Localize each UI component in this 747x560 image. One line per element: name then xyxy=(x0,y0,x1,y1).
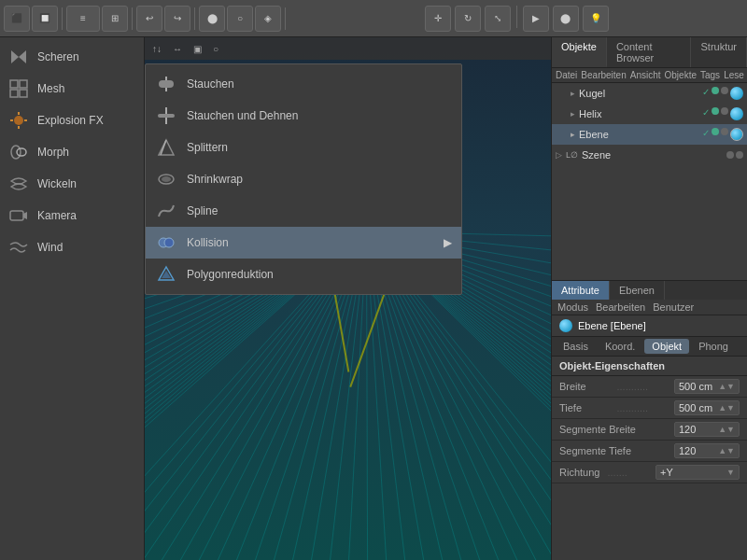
attr-object-name: Ebene [Ebene] xyxy=(578,320,646,331)
attr-arrow-breite: ▲▼ xyxy=(718,382,735,391)
obj-toolbar-datei[interactable]: Datei xyxy=(556,70,577,80)
svg-rect-4 xyxy=(10,90,18,97)
expand-helix: ▸ xyxy=(571,109,575,119)
explosion-icon xyxy=(7,109,30,132)
attr-value-breite[interactable]: 500 cm ▲▼ xyxy=(674,379,740,394)
attr-row-tiefe: Tiefe ........... 500 cm ▲▼ xyxy=(552,398,747,419)
toolbar-btn-7[interactable]: ⬤ xyxy=(199,6,225,32)
obj-name-kugel: Kugel xyxy=(579,88,700,99)
vp-btn-circle[interactable]: ○ xyxy=(209,43,222,55)
attr-sub-basis[interactable]: Basis xyxy=(556,339,596,354)
check-2: ✓ xyxy=(702,107,710,120)
expand-ebene: ▸ xyxy=(571,130,575,139)
obj-toolbar-ansicht[interactable]: Ansicht xyxy=(630,70,661,80)
spline-label: Spline xyxy=(187,204,218,217)
ctx-stauchen-dehnen[interactable]: Stauchen und Dehnen xyxy=(146,100,461,132)
svg-point-6 xyxy=(14,116,23,125)
obj-toolbar-objekte[interactable]: Objekte xyxy=(665,70,697,80)
object-row-kugel[interactable]: ▸ Kugel ✓ xyxy=(552,83,747,104)
viewport[interactable]: ↑↓ ↔ ▣ ○ Stauchen xyxy=(145,37,551,560)
toolbar-btn-1[interactable]: ⬛ xyxy=(4,6,30,32)
check-1: ✓ xyxy=(702,87,710,100)
attr-sub-koord[interactable]: Koord. xyxy=(598,339,642,354)
attr-toolbar-bearbeiten[interactable]: Bearbeiten xyxy=(596,301,645,313)
attr-value-tiefe[interactable]: 500 cm ▲▼ xyxy=(674,400,740,415)
svg-marker-1 xyxy=(19,50,26,63)
object-row-helix[interactable]: ▸ Helix ✓ xyxy=(552,104,747,124)
obj-toolbar-lese[interactable]: Lese xyxy=(724,70,744,80)
sidebar-item-kamera[interactable]: Kamera xyxy=(0,200,144,231)
tab-struktur[interactable]: Struktur xyxy=(691,37,747,67)
obj-toolbar-bearbeiten[interactable]: Bearbeiten xyxy=(581,70,626,80)
object-row-ebene[interactable]: ▸ Ebene ✓ xyxy=(552,124,747,145)
attr-toolbar-modus[interactable]: Modus xyxy=(557,301,588,313)
sidebar-item-scheren[interactable]: Scheren xyxy=(0,41,144,73)
toolbar-btn-4[interactable]: ⊞ xyxy=(102,6,128,32)
attr-sub-phong[interactable]: Phong xyxy=(691,339,736,354)
ctx-shrinkwrap[interactable]: Shrinkwrap xyxy=(146,163,461,195)
object-list: ▸ Kugel ✓ ▸ Helix ✓ xyxy=(552,83,747,280)
object-row-szene[interactable]: ▷ L∅ Szene xyxy=(552,145,747,165)
ctx-splittern[interactable]: Splittern xyxy=(146,132,461,163)
splittern-label: Splittern xyxy=(187,141,228,154)
toolbar-sep-2 xyxy=(132,7,133,30)
sidebar-item-explosion[interactable]: Explosion FX xyxy=(0,105,144,136)
toolbar-btn-6[interactable]: ↪ xyxy=(164,6,190,32)
svg-line-22 xyxy=(161,140,166,155)
expand-szene: ▷ xyxy=(556,150,562,160)
ctx-polygonreduktion[interactable]: Polygonreduktion xyxy=(146,259,461,290)
sidebar-item-morph[interactable]: Morph xyxy=(0,136,144,168)
toolbar-render[interactable]: ▶ xyxy=(523,6,549,32)
attr-sub-objekt[interactable]: Objekt xyxy=(644,339,689,354)
dot-gray-s2 xyxy=(736,151,743,159)
svg-marker-0 xyxy=(11,50,19,63)
toolbar-btn-3[interactable]: ≡ xyxy=(66,6,100,32)
wind-icon xyxy=(7,236,30,259)
attr-tab-ebenen[interactable]: Ebenen xyxy=(610,281,665,300)
color-ball-kugel xyxy=(730,87,743,100)
attr-toolbar-benutzer[interactable]: Benutzer xyxy=(653,301,694,313)
obj-icons: ✓ xyxy=(702,87,743,100)
attr-label-richtung: Richtung xyxy=(559,467,608,478)
vp-btn-arrows[interactable]: ↑↓ xyxy=(148,43,165,55)
obj-icons-ebene: ✓ xyxy=(702,128,743,141)
kollision-label: Kollision xyxy=(187,236,229,249)
toolbar-scale[interactable]: ⤡ xyxy=(485,6,511,32)
toolbar-btn-2[interactable]: 🔲 xyxy=(32,6,58,32)
toolbar-rotate[interactable]: ↻ xyxy=(455,6,481,32)
obj-toolbar-tags[interactable]: Tags xyxy=(700,70,720,80)
sidebar-item-wind[interactable]: Wind xyxy=(0,231,144,263)
dot-gray-2 xyxy=(721,107,728,115)
toolbar-btn-5[interactable]: ↩ xyxy=(136,6,162,32)
toolbar-btn-9[interactable]: ◈ xyxy=(255,6,281,32)
sidebar-item-mesh[interactable]: Mesh xyxy=(0,73,144,105)
attr-dropdown-richtung[interactable]: +Y ▼ xyxy=(655,465,740,480)
toolbar-anim[interactable]: ⬤ xyxy=(553,6,579,32)
vp-btn-pan[interactable]: ↔ xyxy=(169,43,186,55)
ctx-kollision[interactable]: Kollision ▶ xyxy=(146,227,461,259)
ctx-stauchen[interactable]: Stauchen xyxy=(146,68,461,100)
ctx-spline[interactable]: Spline xyxy=(146,195,461,227)
toolbar-btn-8[interactable]: ○ xyxy=(227,6,253,32)
right-panel: Objekte Content Browser Struktur Datei B… xyxy=(551,37,747,560)
attr-arrow-tiefe: ▲▼ xyxy=(718,403,735,413)
attr-tab-attribute[interactable]: Attribute xyxy=(552,281,610,300)
dot-green-1 xyxy=(712,87,719,94)
tab-content-browser[interactable]: Content Browser xyxy=(607,37,692,67)
obj-name-szene: Szene xyxy=(582,149,725,161)
attr-value-seg-tiefe[interactable]: 120 ▲▼ xyxy=(674,443,740,458)
wickeln-icon xyxy=(7,173,30,195)
sidebar-item-wickeln[interactable]: Wickeln xyxy=(0,168,144,200)
dot-gray-s1 xyxy=(726,151,734,159)
tab-objekte[interactable]: Objekte xyxy=(552,37,607,67)
stauchen-dehnen-icon xyxy=(155,105,177,127)
attr-value-seg-breite[interactable]: 120 ▲▼ xyxy=(674,422,740,437)
toolbar-sep-1 xyxy=(62,7,63,30)
morph-label: Morph xyxy=(37,146,69,159)
vp-btn-grid[interactable]: ▣ xyxy=(190,43,205,55)
attribute-sub-tabs: Basis Koord. Objekt Phong xyxy=(552,337,747,357)
toolbar-light[interactable]: 💡 xyxy=(583,6,609,32)
toolbar-move[interactable]: ✛ xyxy=(425,6,451,32)
attr-dots-richtung: ....... xyxy=(608,467,656,478)
spline-icon xyxy=(155,200,177,222)
